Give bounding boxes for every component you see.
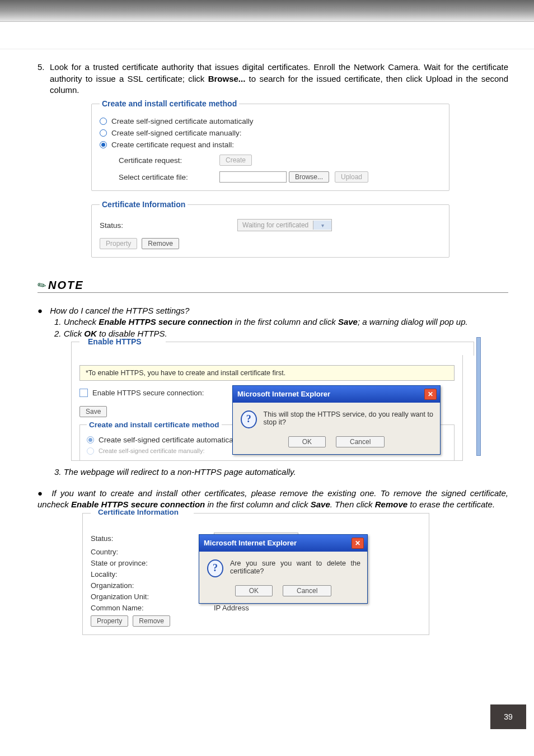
t: 2. Click	[54, 329, 84, 338]
cancel-button[interactable]: Cancel	[283, 585, 331, 596]
status-dropdown: Waiting for certificated ▾	[237, 219, 332, 231]
remove-button[interactable]: Remove	[142, 238, 179, 249]
dialog-message: Are you sure you want to delete the cert…	[230, 559, 360, 577]
ie-dialog-delete-cert: Microsoft Internet Explorer ✕ ? Are you …	[199, 534, 368, 604]
cert-request-label: Certificate request:	[119, 156, 219, 165]
enable-https-legend: Enable HTTPS	[85, 337, 145, 346]
select-file-label: Select certificate file:	[119, 173, 219, 181]
q1-step3: 3. The webpage will redirect to a non-HT…	[54, 466, 508, 478]
t: 1. Uncheck	[54, 317, 99, 326]
step-5: 5. Look for a trusted certificate author…	[38, 62, 508, 96]
dialog-message: This will stop the HTTPS service, do you…	[264, 410, 433, 428]
info-bar: *To enable HTTPS, you have to create and…	[79, 365, 455, 381]
t: Enable HTTPS secure connection	[99, 317, 232, 326]
status-label: Status:	[100, 221, 237, 230]
t: in the first column and click	[232, 317, 338, 326]
checkbox-label: Enable HTTPS secure connection:	[92, 389, 204, 397]
remove-button[interactable]: Remove	[133, 615, 170, 627]
status-value: Waiting for certificated	[238, 221, 313, 229]
dialog-title: Microsoft Internet Explorer	[237, 390, 330, 398]
t: ; a warning dialog will pop up.	[358, 317, 468, 326]
cert-info-legend: Certificate Information	[100, 200, 188, 209]
note-label: NOTE	[48, 279, 84, 292]
select-file-row: Select certificate file: Browse... Uploa…	[119, 171, 441, 183]
country-label: Country:	[91, 548, 214, 556]
cn-label: Common Name:	[91, 604, 214, 612]
close-icon[interactable]: ✕	[424, 389, 437, 400]
question-icon: ?	[241, 410, 257, 428]
radio-auto-label-2: Create self-signed certificate automatic…	[99, 436, 241, 444]
q2-text: If you want to create and install other …	[38, 488, 508, 509]
org-label: Organization:	[91, 581, 214, 590]
header-gradient	[0, 0, 534, 22]
radio-icon	[87, 436, 94, 444]
radio-icon	[100, 129, 107, 137]
property-button[interactable]: Property	[100, 238, 137, 249]
cert-request-row: Certificate request: Create	[119, 155, 441, 166]
orgunit-label: Organization Unit:	[91, 592, 214, 601]
bullet-icon: ●	[38, 306, 48, 315]
t: . Then click	[330, 500, 375, 509]
dialog-title: Microsoft Internet Explorer	[204, 539, 297, 547]
q1-step1: 1. Uncheck Enable HTTPS secure connectio…	[54, 316, 508, 328]
header-spacer	[0, 22, 534, 49]
figure-cert-info-2: Certificate Information Status: Active ▾…	[82, 513, 429, 635]
page-content: 5. Look for a trusted certificate author…	[0, 49, 534, 679]
inner-legend: Create and install certificate method	[87, 421, 222, 429]
radio-request[interactable]: Create certificate request and install:	[100, 141, 441, 149]
cert-info-legend-2: Certificate Information	[95, 508, 182, 516]
radio-icon-selected	[100, 141, 107, 148]
t: Remove	[375, 500, 407, 509]
radio-icon	[100, 118, 107, 125]
radio-manual[interactable]: Create self-signed certificate manually:	[100, 129, 441, 137]
ok-button[interactable]: OK	[235, 585, 273, 596]
page-footer: 39	[0, 701, 534, 729]
question-icon: ?	[207, 559, 223, 577]
scrollbar-fragment	[476, 337, 481, 456]
locality-label: Locality:	[91, 570, 214, 578]
file-input[interactable]	[219, 171, 287, 183]
radio-manual-label: Create self-signed certificate manually:	[111, 129, 242, 137]
radio-auto-label: Create self-signed certificate automatic…	[111, 117, 254, 125]
create-method-legend: Create and install certificate method	[100, 99, 239, 108]
step-number: 5.	[38, 62, 50, 73]
figure-create-method: Create and install certificate method Cr…	[91, 99, 449, 191]
pen-icon: ✎	[35, 278, 49, 293]
note-divider: ✎ NOTE	[38, 278, 508, 293]
t: to erase the certificate.	[407, 500, 495, 509]
upload-button[interactable]: Upload	[335, 171, 368, 183]
radio-icon	[87, 447, 94, 455]
radio-manual-cut-label: Create self-signed certificate manually:	[99, 447, 205, 454]
close-icon[interactable]: ✕	[352, 538, 364, 549]
browse-button[interactable]: Browse...	[289, 171, 329, 183]
figure-cert-info-1: Certificate Information Status: Waiting …	[91, 200, 449, 258]
t: Save	[338, 317, 358, 326]
browse-bold: Browse...	[208, 74, 246, 83]
t: Save	[311, 500, 330, 509]
ie-dialog-stop-https: Microsoft Internet Explorer ✕ ? This wil…	[232, 385, 441, 455]
t: in the first column and click	[205, 500, 310, 509]
status-label: Status:	[91, 534, 214, 543]
cn-value: IP Address	[214, 604, 249, 612]
q1-title: How do I cancel the HTTPS settings?	[50, 306, 189, 315]
state-label: State or province:	[91, 559, 214, 567]
create-button[interactable]: Create	[219, 155, 252, 166]
radio-request-label: Create certificate request and install:	[111, 141, 234, 149]
bullet-icon: ●	[38, 488, 48, 498]
chevron-down-icon: ▾	[313, 221, 331, 230]
property-button[interactable]: Property	[91, 615, 128, 627]
checkbox-icon	[79, 389, 88, 397]
figure-enable-https: Enable HTTPS *To enable HTTPS, you have …	[71, 342, 474, 461]
save-button[interactable]: Save	[79, 406, 107, 417]
radio-auto[interactable]: Create self-signed certificate automatic…	[100, 117, 441, 125]
cancel-button[interactable]: Cancel	[336, 436, 385, 447]
page-number: 39	[490, 704, 526, 729]
ok-button[interactable]: OK	[288, 436, 326, 447]
